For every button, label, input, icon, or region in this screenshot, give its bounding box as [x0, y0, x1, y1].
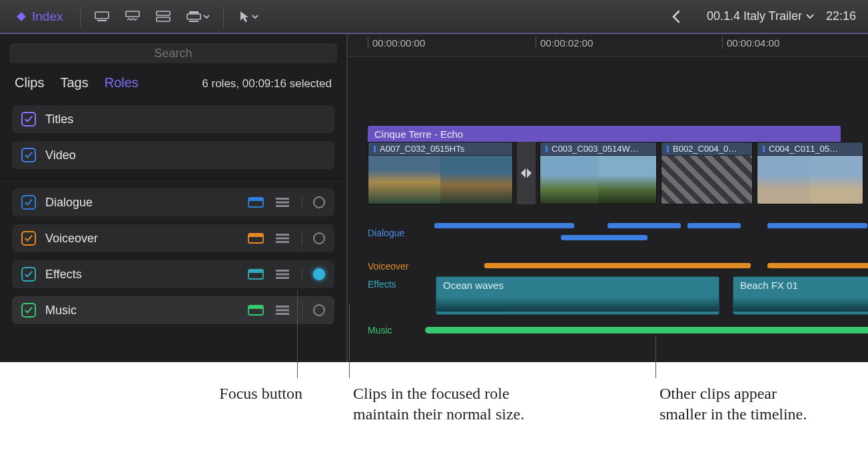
lane-effects: Effects Ocean waves Beach FX 01 [368, 276, 868, 315]
checkbox-icon[interactable] [21, 195, 36, 210]
audio-clip[interactable] [434, 223, 574, 228]
lane-music: Music [368, 323, 868, 338]
audio-clip[interactable] [425, 327, 868, 334]
svg-rect-1 [95, 12, 109, 19]
role-video[interactable]: Video [12, 141, 334, 169]
leader-line [349, 304, 350, 378]
tab-roles[interactable]: Roles [105, 75, 139, 91]
focus-button[interactable] [313, 304, 325, 316]
role-music[interactable]: Music [12, 296, 334, 324]
role-label: Dialogue [45, 196, 238, 210]
svg-rect-17 [276, 238, 289, 240]
clip-appearance-button-2[interactable] [119, 5, 146, 28]
tab-clips[interactable]: Clips [15, 75, 44, 91]
chevron-down-icon [806, 14, 814, 19]
project-title-dropdown[interactable]: 00.1.4 Italy Trailer [707, 9, 814, 23]
subrole-button[interactable] [247, 232, 264, 245]
annotation-focus-button: Focus button [189, 383, 302, 404]
clip-appearance-dropdown[interactable] [181, 5, 215, 28]
lane-dialogue: Dialogue [368, 222, 868, 244]
audio-clip[interactable] [767, 263, 868, 268]
audio-clip[interactable] [561, 235, 648, 240]
clip-appearance-button-1[interactable] [89, 5, 115, 28]
role-label: Voiceover [45, 232, 238, 246]
annotation-focused-clips: Clips in the focused role maintain their… [353, 383, 526, 425]
clip-label: C004_C011_05… [757, 142, 863, 156]
checkbox-icon[interactable] [21, 267, 36, 282]
ruler-tick: 00:00:02:00 [536, 37, 593, 49]
svg-rect-7 [189, 11, 199, 13]
storyline-title-bar[interactable]: Cinque Terre - Echo [368, 126, 841, 142]
clip-label: A007_C032_0515HTs [368, 142, 512, 156]
select-tool-dropdown[interactable] [232, 5, 266, 28]
subrole-button[interactable] [247, 304, 264, 317]
ruler-tick: 00:00:00:00 [368, 37, 425, 49]
leader-line [297, 290, 298, 378]
focus-button[interactable] [313, 196, 325, 208]
role-label: Effects [45, 268, 238, 282]
svg-rect-6 [187, 14, 201, 19]
audio-clip[interactable] [608, 223, 681, 228]
svg-rect-3 [126, 11, 139, 17]
checkbox-icon[interactable] [21, 303, 36, 318]
video-clip[interactable]: B002_C004_0… [661, 142, 753, 204]
subrole-button[interactable] [247, 268, 264, 281]
video-clip[interactable]: C004_C011_05… [757, 142, 863, 204]
checkbox-icon[interactable] [21, 112, 36, 126]
svg-rect-23 [276, 277, 289, 279]
role-label: Titles [45, 112, 325, 126]
svg-rect-15 [248, 234, 263, 237]
svg-rect-4 [157, 11, 170, 15]
svg-marker-0 [17, 12, 26, 21]
audio-clip[interactable] [484, 263, 751, 268]
audio-clip[interactable] [687, 223, 741, 228]
checkbox-icon[interactable] [21, 148, 36, 162]
video-clip[interactable]: A007_C032_0515HTs [368, 142, 513, 204]
top-toolbar: Index 00.1.4 Italy Trailer 22:16 [0, 0, 868, 33]
role-label: Video [45, 148, 325, 162]
clip-appearance-button-3[interactable] [150, 5, 177, 28]
subrole-button[interactable] [247, 196, 264, 209]
roles-info: 6 roles, 00:09:16 selected [202, 77, 332, 91]
checkbox-icon[interactable] [21, 231, 36, 246]
clip-label: B002_C004_0… [661, 142, 752, 156]
effects-clip[interactable]: Ocean waves [436, 276, 719, 315]
chevron-left-icon [671, 10, 681, 23]
effects-clip[interactable]: Beach FX 01 [733, 276, 868, 315]
annotations: Focus button Clips in the focused role m… [0, 362, 868, 450]
index-button[interactable]: Index [7, 5, 72, 28]
role-dialogue[interactable]: Dialogue [12, 188, 334, 216]
timeline-history-back[interactable] [663, 5, 689, 28]
svg-rect-28 [276, 313, 289, 315]
tab-tags[interactable]: Tags [60, 75, 88, 91]
lanes-button[interactable] [274, 196, 291, 209]
roles-list: Titles Video Dialogue [0, 103, 346, 327]
svg-rect-27 [276, 310, 289, 312]
svg-rect-26 [276, 306, 289, 308]
video-clip[interactable]: C003_C003_0514W… [540, 142, 657, 204]
project-duration: 22:16 [826, 9, 856, 23]
role-titles[interactable]: Titles [12, 105, 334, 133]
diamond-icon [16, 11, 27, 22]
lanes-button[interactable] [274, 232, 291, 245]
index-sidebar: Clips Tags Roles 6 roles, 00:09:16 selec… [0, 34, 348, 362]
svg-rect-20 [248, 270, 263, 273]
transition-icon[interactable] [517, 142, 536, 204]
role-voiceover[interactable]: Voiceover [12, 224, 334, 252]
audio-clip[interactable] [767, 223, 867, 228]
leader-line [655, 336, 656, 378]
svg-rect-18 [276, 241, 289, 243]
role-effects[interactable]: Effects [12, 260, 334, 288]
svg-rect-22 [276, 274, 289, 276]
svg-rect-8 [189, 21, 199, 22]
main-area: Clips Tags Roles 6 roles, 00:09:16 selec… [0, 33, 868, 362]
timeline[interactable]: 00:00:00:00 00:00:02:00 00:00:04:00 Cinq… [348, 34, 868, 362]
lanes-button[interactable] [274, 268, 291, 281]
focus-button[interactable] [313, 268, 325, 280]
search-input[interactable] [9, 43, 337, 63]
index-tabs: Clips Tags Roles 6 roles, 00:09:16 selec… [0, 70, 346, 103]
lanes-button[interactable] [274, 304, 291, 317]
toolbar-separator [80, 6, 81, 27]
time-ruler[interactable]: 00:00:00:00 00:00:02:00 00:00:04:00 [348, 34, 868, 57]
focus-button[interactable] [313, 232, 325, 244]
